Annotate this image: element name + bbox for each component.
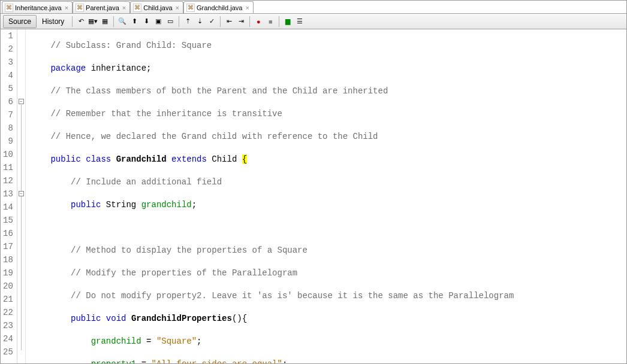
last-edit-icon[interactable]: ↶ <box>76 17 86 26</box>
code-text: String <box>101 200 141 210</box>
java-icon: ⌘ <box>5 4 13 12</box>
code-text: = <box>141 336 156 346</box>
separator <box>72 16 73 27</box>
fold-gutter: − − <box>17 29 26 363</box>
code-text: // The class members of both the Parent … <box>50 86 388 96</box>
tab-label: Parent.java <box>86 4 119 11</box>
diff-icon[interactable]: ▦ <box>100 17 110 26</box>
code-text: "Square" <box>156 336 197 346</box>
code-text: = <box>136 359 151 363</box>
find-next-icon[interactable]: ⬇ <box>141 17 151 26</box>
java-icon: ⌘ <box>133 4 141 12</box>
tab-label: Inheritance.java <box>15 4 62 11</box>
code-text: Child <box>207 154 242 164</box>
code-text: inheritance; <box>86 63 151 73</box>
line-gutter: 1234567891011121314151617181920212223242… <box>1 29 17 363</box>
code-text: "All four sides are equal" <box>151 359 282 363</box>
code-text: grandchild <box>91 336 141 346</box>
code-area[interactable]: // Subclass: Grand Child: Square package… <box>26 29 626 363</box>
close-icon[interactable]: × <box>245 4 249 11</box>
code-text: // Subclass: Grand Child: Square <box>50 41 212 50</box>
code-text: extends <box>167 154 207 164</box>
code-text: (){ <box>232 314 247 323</box>
code-text: // Include an additional field <box>71 177 222 187</box>
code-text: class <box>81 154 116 164</box>
history-button[interactable]: History <box>37 15 70 28</box>
code-text: // Method to display the properties of a… <box>71 245 308 255</box>
editor: 1234567891011121314151617181920212223242… <box>1 29 626 363</box>
code-text: public <box>50 154 80 164</box>
tab-inheritance[interactable]: ⌘Inheritance.java× <box>2 1 73 13</box>
uncomment-icon[interactable]: ☰ <box>295 17 305 26</box>
close-icon[interactable]: × <box>65 4 68 11</box>
separator <box>220 16 221 27</box>
find-sel-icon[interactable]: 🔍 <box>117 17 127 26</box>
next-bookmark-icon[interactable]: ⇣ <box>195 17 204 26</box>
tab-label: Child.java <box>143 4 172 11</box>
code-text: GrandchildProperties <box>131 314 232 323</box>
code-text: grandchild <box>141 200 192 210</box>
close-icon[interactable]: × <box>122 4 126 11</box>
code-text: Grandchild <box>116 154 167 164</box>
code-text: void <box>101 314 131 323</box>
java-icon: ⌘ <box>76 4 84 12</box>
code-text: ; <box>197 336 201 346</box>
code-text: // Do not modify property2. Leave it 'as… <box>71 291 514 301</box>
code-text: public <box>71 200 101 210</box>
toggle-rect-icon[interactable]: ▭ <box>165 17 175 26</box>
code-text: ; <box>192 200 197 210</box>
shift-right-icon[interactable]: ⇥ <box>236 17 246 26</box>
code-text: public <box>71 314 101 323</box>
tab-child[interactable]: ⌘Child.java× <box>130 1 183 13</box>
prev-bookmark-icon[interactable]: ⇡ <box>183 17 192 26</box>
fold-line <box>21 105 22 350</box>
source-button[interactable]: Source <box>3 15 37 28</box>
fold-toggle[interactable]: − <box>19 99 24 104</box>
code-text: ; <box>282 359 287 363</box>
forward-icon[interactable]: ▦▾ <box>88 17 98 26</box>
toolbar: Source History ↶ ▦▾ ▦ 🔍 ⬆ ⬇ ▣ ▭ ⇡ ⇣ ✓ ⇤ … <box>1 14 626 29</box>
code-text: package <box>50 63 86 73</box>
separator <box>279 16 279 27</box>
tab-label: Grandchild.java <box>197 4 242 11</box>
fold-toggle[interactable]: − <box>19 191 24 196</box>
code-text: property1 <box>91 359 137 363</box>
toggle-bookmark-icon[interactable]: ✓ <box>207 17 216 26</box>
java-icon: ⌘ <box>186 4 195 12</box>
close-icon[interactable]: × <box>176 4 179 11</box>
tab-grandchild[interactable]: ⌘Grandchild.java× <box>183 1 254 13</box>
toggle-hl-icon[interactable]: ▣ <box>153 17 163 26</box>
find-prev-icon[interactable]: ⬆ <box>129 17 139 26</box>
separator <box>113 16 114 27</box>
tab-bar: ⌘Inheritance.java× ⌘Parent.java× ⌘Child.… <box>1 1 626 14</box>
separator <box>249 16 250 27</box>
macro-stop-icon[interactable]: ■ <box>266 17 275 26</box>
separator <box>179 16 179 27</box>
code-text: // Hence, we declared the Grand child wi… <box>50 132 378 141</box>
tab-parent[interactable]: ⌘Parent.java× <box>73 1 130 13</box>
code-text: { <box>242 154 247 164</box>
macro-rec-icon[interactable]: ● <box>254 17 263 26</box>
code-text: // Modify the properties of the Parallel… <box>71 268 297 278</box>
shift-left-icon[interactable]: ⇤ <box>224 17 234 26</box>
code-text: // Remember that the inheritance is tran… <box>50 109 282 119</box>
comment-icon[interactable]: ▆ <box>283 17 293 26</box>
